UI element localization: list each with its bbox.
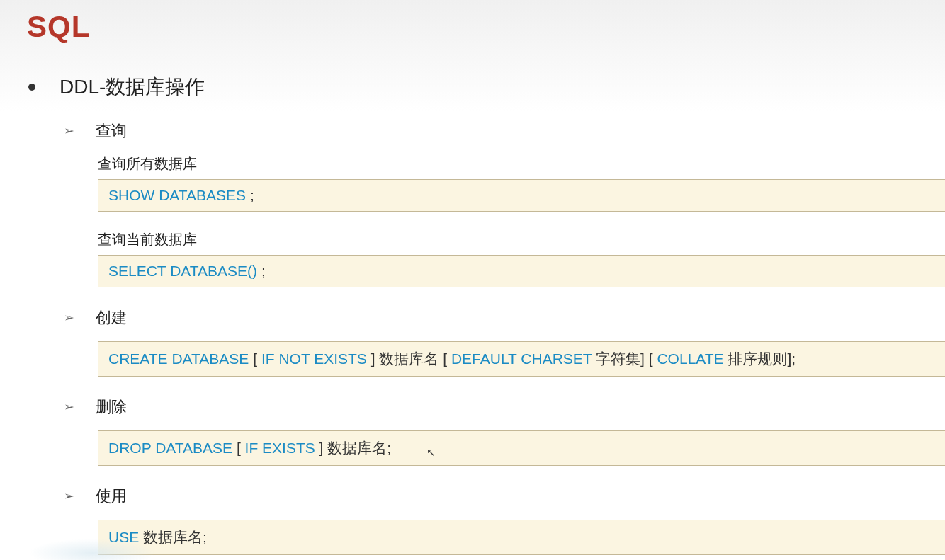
sql-text: 排序规则]; (728, 350, 796, 367)
code-box: DROP DATABASE [ IF EXISTS ] 数据库名; (98, 430, 945, 466)
sql-keyword: IF NOT EXISTS (261, 350, 371, 367)
sql-keyword: SHOW DATABASES (108, 187, 250, 203)
code-caption: 查询所有数据库 (98, 154, 945, 173)
sql-keyword: IF EXISTS (245, 440, 319, 456)
code-caption: 查询当前数据库 (98, 230, 945, 249)
sql-text: ] 数据库名; (319, 440, 392, 456)
subsection: ➢删除DROP DATABASE [ IF EXISTS ] 数据库名; (64, 396, 945, 466)
cursor-icon: ↖ (426, 446, 436, 459)
sql-keyword: COLLATE (657, 350, 728, 367)
subsection-label: 查询 (96, 120, 127, 142)
subsection-label: 使用 (96, 486, 127, 507)
sql-text: 数据库名; (143, 529, 207, 545)
sql-text: ] 数据库名 [ (371, 350, 451, 367)
sql-keyword: DROP DATABASE (108, 440, 237, 456)
code-line: USE 数据库名; (108, 527, 935, 547)
sql-text: ; (261, 263, 266, 279)
code-line: SELECT DATABASE() ; (108, 263, 935, 280)
code-box: SELECT DATABASE() ; (98, 255, 945, 287)
subsection: ➢使用USE 数据库名; (64, 486, 945, 555)
inner-block: DROP DATABASE [ IF EXISTS ] 数据库名; (98, 430, 945, 466)
sub-heading: ➢删除 (64, 396, 945, 418)
section-label: DDL-数据库操作 (60, 74, 205, 101)
subsection: ➢查询查询所有数据库SHOW DATABASES ;查询当前数据库SELECT … (64, 120, 945, 287)
sql-keyword: CREATE DATABASE (108, 350, 253, 367)
code-line: CREATE DATABASE [ IF NOT EXISTS ] 数据库名 [… (108, 349, 935, 369)
section-heading: DDL-数据库操作 (28, 74, 945, 101)
sql-text: [ (237, 440, 245, 456)
inner-block: USE 数据库名; (98, 520, 945, 555)
subsection: ➢创建CREATE DATABASE [ IF NOT EXISTS ] 数据库… (64, 307, 945, 377)
inner-block: CREATE DATABASE [ IF NOT EXISTS ] 数据库名 [… (98, 341, 945, 377)
sub-heading: ➢查询 (64, 120, 945, 142)
bullet-icon (28, 84, 35, 91)
chevron-right-icon: ➢ (64, 489, 74, 503)
sql-text: 字符集] [ (596, 350, 657, 367)
sql-text: [ (253, 350, 261, 367)
chevron-right-icon: ➢ (64, 124, 74, 138)
code-line: SHOW DATABASES ; (108, 187, 935, 204)
sql-keyword: SELECT DATABASE() (108, 263, 261, 279)
chevron-right-icon: ➢ (64, 400, 74, 414)
inner-block: 查询所有数据库SHOW DATABASES ;查询当前数据库SELECT DAT… (98, 154, 945, 287)
code-box: SHOW DATABASES ; (98, 179, 945, 212)
code-box: CREATE DATABASE [ IF NOT EXISTS ] 数据库名 [… (98, 341, 945, 377)
chevron-right-icon: ➢ (64, 311, 74, 325)
page-title: SQL (0, 0, 945, 44)
code-line: DROP DATABASE [ IF EXISTS ] 数据库名; (108, 438, 935, 458)
sql-keyword: DEFAULT CHARSET (451, 350, 596, 367)
sub-heading: ➢创建 (64, 307, 945, 328)
subsection-label: 创建 (96, 307, 127, 328)
sql-text: ; (250, 187, 254, 203)
sub-heading: ➢使用 (64, 486, 945, 507)
subsection-label: 删除 (96, 396, 127, 418)
code-box: USE 数据库名; (98, 520, 945, 555)
